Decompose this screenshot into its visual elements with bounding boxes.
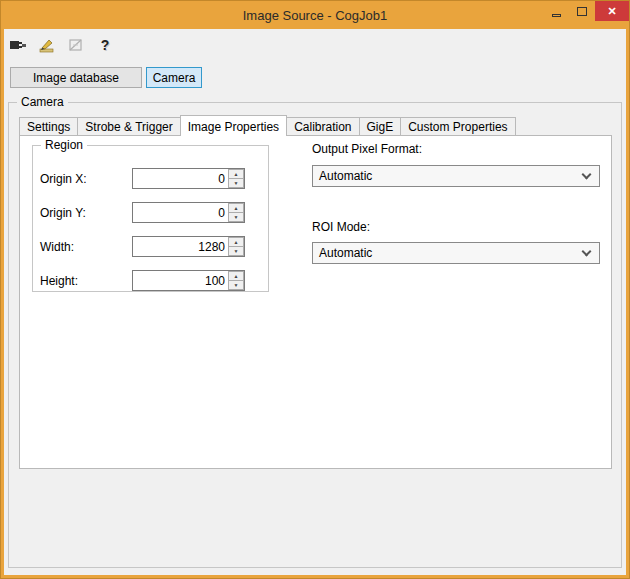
region-groupbox-label: Region — [41, 138, 87, 152]
maximize-button[interactable] — [569, 1, 595, 21]
tab-settings[interactable]: Settings — [19, 117, 78, 135]
roi-mode-label: ROI Mode: — [312, 220, 370, 234]
camera-groupbox: Camera Settings Strobe & Trigger Image P… — [8, 102, 622, 568]
connect-icon-glyph — [9, 38, 27, 52]
caption-buttons: ✕ — [543, 1, 629, 21]
tab-custom-properties-label: Custom Properties — [408, 120, 507, 134]
image-source-window: Image Source - CogJob1 ✕ — [0, 0, 630, 579]
image-properties-tabpage: Region Origin X: ▲ ▼ Origin Y: ▲ ▼ — [19, 135, 612, 469]
titlebar[interactable]: Image Source - CogJob1 — [1, 1, 629, 29]
camera-button[interactable]: Camera — [146, 67, 202, 88]
spin-up-button[interactable]: ▲ — [228, 203, 244, 213]
origin-x-label: Origin X: — [40, 172, 128, 186]
tab-image-properties-label: Image Properties — [188, 120, 279, 134]
maximize-icon — [577, 7, 587, 16]
origin-x-spinbox: ▲ ▼ — [132, 168, 245, 189]
width-input[interactable] — [133, 237, 228, 256]
origin-y-input[interactable] — [133, 203, 228, 222]
origin-y-spinbox: ▲ ▼ — [132, 202, 245, 223]
origin-x-spinner: ▲ ▼ — [228, 169, 244, 188]
connect-icon[interactable] — [8, 36, 28, 54]
origin-y-spinner: ▲ ▼ — [228, 203, 244, 222]
spin-down-button[interactable]: ▼ — [228, 179, 244, 188]
tab-strobe-trigger-label: Strobe & Trigger — [85, 120, 172, 134]
setup-pencil-icon[interactable] — [37, 36, 57, 54]
spin-down-button[interactable]: ▼ — [228, 213, 244, 222]
chevron-down-icon — [582, 170, 592, 180]
abort-disabled-icon — [66, 36, 86, 54]
roi-mode-select[interactable]: Automatic — [312, 242, 600, 264]
roi-mode-value: Automatic — [319, 246, 372, 260]
origin-y-label: Origin Y: — [40, 206, 128, 220]
output-pixel-format-select[interactable]: Automatic — [312, 165, 600, 187]
camera-groupbox-label: Camera — [17, 95, 68, 109]
tab-settings-label: Settings — [27, 120, 70, 134]
height-input[interactable] — [133, 271, 228, 290]
minimize-icon — [552, 14, 561, 17]
client-area: ? Image database Camera Camera Settings … — [4, 29, 626, 575]
chevron-down-icon — [582, 247, 592, 257]
image-database-button-label: Image database — [33, 71, 119, 85]
close-icon: ✕ — [607, 5, 616, 18]
spin-down-button[interactable]: ▼ — [228, 281, 244, 290]
abort-disabled-icon-glyph — [68, 38, 84, 53]
spin-up-button[interactable]: ▲ — [228, 169, 244, 179]
window-title: Image Source - CogJob1 — [243, 8, 388, 23]
tab-gige[interactable]: GigE — [359, 117, 402, 135]
tab-gige-label: GigE — [367, 120, 394, 134]
output-pixel-format-label: Output Pixel Format: — [312, 142, 422, 156]
width-spinbox: ▲ ▼ — [132, 236, 245, 257]
tab-strip: Settings Strobe & Trigger Image Properti… — [19, 114, 516, 136]
width-spinner: ▲ ▼ — [228, 237, 244, 256]
tab-calibration[interactable]: Calibration — [286, 117, 359, 135]
origin-x-input[interactable] — [133, 169, 228, 188]
width-label: Width: — [40, 240, 128, 254]
toolbar: ? — [8, 34, 115, 56]
close-button[interactable]: ✕ — [595, 1, 629, 21]
help-icon[interactable]: ? — [95, 36, 115, 54]
tab-image-properties[interactable]: Image Properties — [180, 115, 287, 136]
tab-calibration-label: Calibration — [294, 120, 351, 134]
spin-down-button[interactable]: ▼ — [228, 247, 244, 256]
camera-button-label: Camera — [153, 71, 196, 85]
height-spinner: ▲ ▼ — [228, 271, 244, 290]
tab-strobe-trigger[interactable]: Strobe & Trigger — [77, 117, 180, 135]
height-spinbox: ▲ ▼ — [132, 270, 245, 291]
setup-pencil-icon-glyph — [39, 38, 55, 53]
tab-custom-properties[interactable]: Custom Properties — [400, 117, 515, 135]
minimize-button[interactable] — [543, 1, 569, 21]
spin-up-button[interactable]: ▲ — [228, 271, 244, 281]
height-label: Height: — [40, 274, 128, 288]
output-pixel-format-value: Automatic — [319, 169, 372, 183]
help-icon-glyph: ? — [101, 37, 110, 53]
spin-up-button[interactable]: ▲ — [228, 237, 244, 247]
image-database-button[interactable]: Image database — [10, 67, 142, 88]
